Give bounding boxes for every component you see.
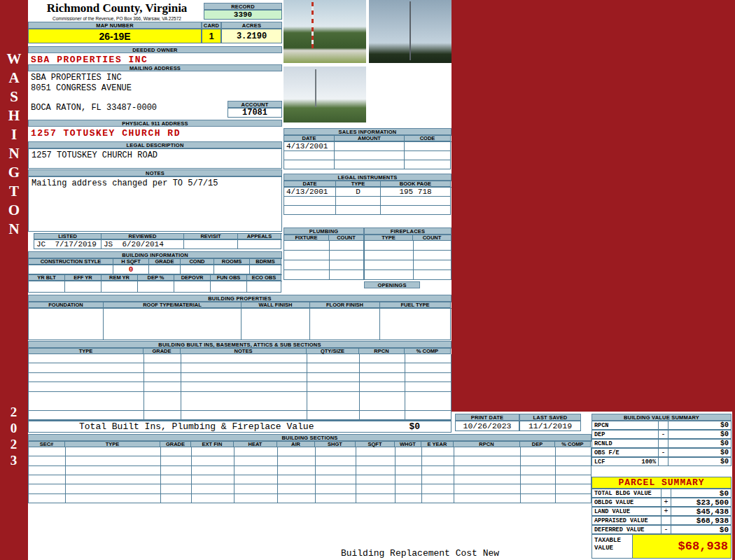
col-bdrms: BDRMS — [250, 259, 281, 265]
parcel-value: $45,438 — [671, 507, 732, 516]
property-photo-2[interactable] — [369, 0, 451, 63]
legal-description-box: 1257 TOTUSKEY CHURCH ROAD — [28, 148, 282, 169]
bvs-value: $0 — [668, 457, 732, 466]
built-ins-total-row: Total Built Ins, Plumbing & Fireplace Va… — [28, 421, 451, 433]
parcel-label: TOTAL BLDG VALUE — [594, 490, 652, 497]
plumbing-empty-rows — [284, 241, 364, 280]
appeals-header: APPEALS — [238, 234, 281, 239]
deeded-owner-header: DEEDED OWNER — [28, 46, 282, 53]
col-shgt: SHGT — [315, 442, 356, 447]
sale-row-empty — [284, 151, 335, 160]
sale-date: 4/13/2001 — [284, 142, 335, 151]
building-properties-cells — [28, 308, 451, 340]
building-sections-empty-rows — [28, 447, 592, 503]
col-dep-pct: DEP % — [138, 275, 174, 281]
fireplaces-col-count: COUNT — [413, 235, 451, 241]
bvs-op — [659, 457, 668, 466]
card-value: 1 — [202, 29, 221, 43]
bvs-label: OBS F/E — [594, 449, 620, 456]
building-info-headers-1: CONSTRUCTION STYLE H SQFT GRADE COND ROO… — [28, 258, 282, 265]
property-photo-1[interactable] — [284, 0, 366, 63]
building-info-values-2 — [28, 281, 282, 293]
appeals-value — [238, 240, 281, 249]
parcel-summary-header: PARCEL SUMMARY — [592, 477, 732, 489]
mailing-address-header-label: MAILING ADDRESS — [130, 65, 181, 71]
col-roof: ROOF TYPE/MATERIAL — [104, 302, 241, 308]
col-air: AIR — [277, 442, 315, 447]
card-header: CARD — [202, 22, 221, 29]
radio-tower-icon — [410, 1, 411, 60]
taxable-value-amount: $68,938 — [633, 535, 731, 558]
plumbing-title: PLUMBING — [309, 228, 339, 234]
acres-header: ACRES — [221, 22, 282, 29]
instr-col-bookpage: BOOK PAGE — [381, 181, 451, 187]
radio-tower-icon — [315, 69, 316, 107]
radio-tower-icon — [312, 2, 314, 48]
building-sections-header: BUILDING SECTIONS — [28, 434, 592, 441]
sale-code — [405, 142, 451, 151]
bvs-row-rcnld: RCNLD $0 — [592, 439, 732, 448]
col-whgt: WHGT — [395, 442, 421, 447]
built-ins-header: BUILDING BUILT INS, BASEMENTS, ATTICS & … — [28, 341, 451, 348]
col-bi-grade: GRADE — [144, 349, 181, 354]
last-saved-header: LAST SAVED — [519, 414, 581, 421]
county-title: Richmond County, Virginia — [31, 1, 203, 15]
deeded-owner-header-label: DEEDED OWNER — [132, 47, 178, 53]
bvs-row-rpcn: RPCN $0 — [592, 421, 732, 430]
col-bi-comp: % COMP — [405, 349, 451, 354]
instr-date: 4/13/2001 — [284, 188, 336, 197]
acres-header-label: ACRES — [242, 22, 261, 29]
notes-value: Mailing address changed per TO 5/7/15 — [29, 177, 281, 190]
col-wall-finish: WALL FINISH — [241, 302, 310, 308]
sale-row-empty — [284, 160, 335, 169]
instr-bookpage: 195 718 — [381, 188, 451, 197]
col-fuel-type: FUEL TYPE — [380, 302, 451, 308]
col-sec-grade: GRADE — [160, 442, 191, 447]
parcel-row-deferred: DEFERRED VALUE - $0 — [592, 525, 732, 534]
bvs-value: $0 — [668, 448, 732, 457]
parcel-value: $68,938 — [671, 516, 732, 525]
mailing-address-header: MAILING ADDRESS — [28, 64, 282, 71]
built-ins-total-label: Total Built Ins, Plumbing & Fireplace Va… — [79, 421, 314, 432]
bvs-op — [659, 421, 668, 430]
map-number-value: 26-19E — [28, 29, 202, 43]
top-right-backdrop — [451, 0, 732, 412]
sales-information-header: SALES INFORMATION — [284, 128, 451, 135]
year-label: 2023 — [6, 405, 21, 454]
last-saved-label: LAST SAVED — [533, 414, 568, 421]
legal-description-value: 1257 TOTUSKEY CHURCH ROAD — [29, 149, 281, 162]
parcel-op — [662, 489, 671, 498]
parcel-label: LAND VALUE — [594, 508, 630, 515]
sales-col-amount: AMOUNT — [335, 136, 405, 141]
col-h-sqft: H SQFT — [113, 259, 149, 265]
review-headers: LISTED REVIEWED REVISIT APPEALS — [34, 233, 282, 239]
building-properties-columns: FOUNDATION ROOF TYPE/MATERIAL WALL FINIS… — [28, 302, 451, 308]
col-sec-comp: % COMP — [555, 442, 591, 447]
col-rem-yr: REM YR — [102, 275, 138, 281]
col-sec: SEC# — [29, 442, 65, 447]
col-yr-blt: YR BLT — [29, 275, 65, 281]
parcel-row-land: LAND VALUE + $45,438 — [592, 507, 732, 516]
col-construction-style: CONSTRUCTION STYLE — [29, 259, 113, 265]
mailing-line-2: 8051 CONGRESS AVENUE — [31, 83, 132, 93]
bvs-label: DEP — [594, 431, 605, 438]
parcel-row-appraised: APPRAISED VALUE $68,938 — [592, 516, 732, 525]
col-sec-dep: DEP — [520, 442, 555, 447]
col-foundation: FOUNDATION — [29, 302, 104, 308]
parcel-summary-title: PARCEL SUMMARY — [618, 477, 704, 488]
parcel-op: - — [662, 525, 671, 534]
col-bi-type: TYPE — [29, 349, 144, 354]
parcel-op: + — [662, 507, 671, 516]
bvs-lcf-pct: 100% — [642, 458, 656, 465]
taxable-value-label: TAXABLE VALUE — [592, 535, 633, 558]
bvs-label: RPCN — [594, 422, 608, 429]
building-info-headers-2: YR BLT EFF YR REM YR DEP % DEPOVR FUN OB… — [28, 274, 282, 281]
last-saved-value: 11/1/2019 — [519, 421, 581, 431]
sales-column-headers: DATE AMOUNT CODE — [284, 135, 451, 141]
fireplaces-column-headers: TYPE COUNT — [364, 234, 451, 241]
property-photo-3[interactable] — [284, 66, 366, 122]
col-fun-obs: FUN OBS — [211, 275, 247, 281]
built-ins-columns: TYPE GRADE NOTES QTY/SIZE RPCN % COMP — [28, 348, 451, 354]
parcel-value: $0 — [671, 525, 732, 534]
map-number-header-label: MAP NUMBER — [96, 22, 134, 29]
